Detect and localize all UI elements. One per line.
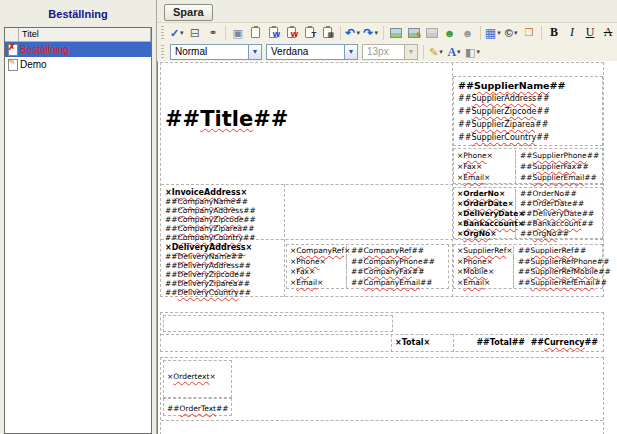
delivery-address-header: ×DeliveryAddress× bbox=[165, 243, 252, 252]
companyemail-value: ##CompanyEmail## bbox=[347, 278, 448, 289]
order-info-block: ×OrderNo×##OrderNo## ×OrderDate×##OrderD… bbox=[453, 187, 603, 239]
chevron-down-icon[interactable]: ▼ bbox=[344, 45, 357, 59]
print-icon[interactable] bbox=[187, 25, 203, 41]
supplier-country: ##SupplierCountry## bbox=[458, 131, 602, 144]
edit-image-icon[interactable] bbox=[406, 25, 422, 41]
chevron-down-icon[interactable]: ▼ bbox=[248, 45, 261, 59]
chevron-down-icon: ▾ bbox=[356, 29, 360, 37]
total-amount: ##Total## bbox=[476, 338, 525, 347]
orderdate-value: ##OrderDate## bbox=[516, 199, 602, 209]
insert-template-icon[interactable] bbox=[521, 25, 537, 41]
insert-image-icon[interactable] bbox=[388, 25, 404, 41]
company-ref-block: ×CompanyRef×##CompanyRef## ×Phone×##Comp… bbox=[286, 244, 449, 289]
deliverydate-label: ×DeliveryDate× bbox=[454, 209, 516, 219]
supplierrefphone-value: ##SupplierRefPhone## bbox=[514, 257, 611, 268]
company-name: ##CompanyName## bbox=[165, 197, 256, 206]
underline-button[interactable]: U bbox=[582, 25, 598, 41]
supplier-name: ##SupplierName## bbox=[458, 79, 602, 92]
chevron-down-icon: ▾ bbox=[180, 29, 184, 37]
chevron-down-icon: ▾ bbox=[374, 29, 378, 37]
company-zipcode: ##CompanyZipcode## bbox=[165, 215, 256, 224]
app-window: Beställning Titel ✗ Beställning ✎ Demo S… bbox=[0, 0, 617, 434]
orderno-label: ×OrderNo× bbox=[454, 189, 516, 199]
insert-user-icon[interactable] bbox=[460, 25, 476, 41]
italic-button[interactable]: I bbox=[564, 25, 580, 41]
email-label: ×Email× bbox=[454, 172, 516, 183]
companyfax-value: ##CompanyFax## bbox=[347, 267, 448, 278]
invoice-address-header: ×InvoiceAddress× bbox=[165, 188, 256, 197]
orgno-value: ##OrgNo## bbox=[516, 229, 602, 239]
companyref-label: ×CompanyRef× bbox=[287, 246, 347, 257]
delivery-country: ##DeliveryCountry## bbox=[165, 288, 252, 297]
supplierrefemail-value: ##SupplierRefEmail## bbox=[514, 278, 611, 289]
chevron-down-icon: ▾ bbox=[514, 29, 518, 37]
top-bar: Spara bbox=[157, 0, 617, 22]
paste-from-word-cleanup-icon[interactable]: W bbox=[284, 25, 300, 41]
table-row-divider bbox=[161, 420, 603, 421]
copy-icon[interactable] bbox=[230, 25, 246, 41]
toolbar-separator bbox=[225, 26, 226, 40]
supplier-ziparea: ##SupplierZiparea## bbox=[458, 118, 602, 131]
undo-icon[interactable]: ▾ bbox=[345, 25, 361, 41]
toolbar-row-2: Normal ▼ Verdana ▼ 13px ▼ ▾ ▾ ▾ bbox=[157, 42, 617, 61]
bankaccount-label: ×Bankaccount× bbox=[454, 219, 516, 229]
toolbar-grip[interactable] bbox=[161, 45, 164, 59]
phone-label: ×Phone× bbox=[454, 150, 516, 161]
paragraph-format-value: Normal bbox=[171, 45, 248, 59]
email-label: ×Email× bbox=[454, 278, 514, 289]
table-col-divider bbox=[453, 334, 454, 352]
list-header-title[interactable]: Titel bbox=[19, 28, 151, 41]
supplierref-label: ×SupplierRef× bbox=[454, 246, 514, 257]
editor-canvas[interactable]: ##Title## ##SupplierName## ##SupplierAdd… bbox=[157, 61, 617, 434]
fax-label: ×Fax× bbox=[287, 267, 347, 278]
totals-table: ×Total× ##Total## ##Currency## bbox=[160, 312, 604, 352]
font-family-select[interactable]: Verdana ▼ bbox=[266, 44, 358, 60]
strikethrough-button[interactable]: A bbox=[600, 25, 616, 41]
total-currency: ##Currency## bbox=[531, 338, 598, 347]
companyphone-value: ##CompanyPhone## bbox=[347, 257, 448, 268]
supplier-address-block: ##SupplierName## ##SupplierAddress## ##S… bbox=[453, 76, 603, 146]
delivery-address-block: ×DeliveryAddress× ##DeliveryName## ##Del… bbox=[165, 243, 252, 297]
toolbar-separator bbox=[383, 26, 384, 40]
supplier-ref-block: ×SupplierRef×##SupplierRef## ×Phone×##Su… bbox=[453, 244, 603, 289]
delivery-address: ##DeliveryAddress## bbox=[165, 261, 252, 270]
redo-icon[interactable]: ▾ bbox=[363, 25, 379, 41]
delivery-zipcode: ##DeliveryZipcode## bbox=[165, 270, 252, 279]
list-item-bestallning[interactable]: ✗ Beställning bbox=[5, 42, 151, 57]
toolbar-separator bbox=[541, 26, 542, 40]
companyref-value: ##CompanyRef## bbox=[347, 246, 448, 257]
save-button[interactable]: Spara bbox=[164, 4, 213, 21]
insert-table-icon[interactable]: ▾ bbox=[484, 25, 501, 41]
toolbar-separator bbox=[340, 26, 341, 40]
total-value: ##Total## ##Currency## bbox=[476, 338, 598, 347]
special-character-icon[interactable]: ▾ bbox=[503, 25, 519, 41]
table-col-divider bbox=[284, 184, 285, 297]
orderdate-label: ×OrderDate× bbox=[454, 199, 516, 209]
company-country: ##CompanyCountry## bbox=[165, 233, 256, 242]
list-item-demo[interactable]: ✎ Demo bbox=[5, 57, 151, 72]
toolbar-grip[interactable] bbox=[161, 26, 164, 40]
spellcheck-icon[interactable]: ▾ bbox=[169, 25, 185, 41]
highlight-icon[interactable]: ▾ bbox=[428, 44, 444, 60]
chevron-down-icon: ▾ bbox=[439, 48, 443, 56]
sidebar-title: Beställning bbox=[0, 0, 156, 20]
paragraph-format-select[interactable]: Normal ▼ bbox=[170, 44, 262, 60]
supplierrefmobile-value: ##SupplierRefMobile## bbox=[514, 267, 611, 278]
ordertext-label-cell: ×Ordertext× bbox=[163, 360, 232, 398]
deliverydate-value: ##DeliveryDate## bbox=[516, 209, 602, 219]
paste-icon[interactable] bbox=[248, 25, 264, 41]
paste-special-icon[interactable]: ▦ bbox=[320, 25, 336, 41]
main-layout-table: ##Title## ##SupplierName## ##SupplierAdd… bbox=[160, 62, 604, 297]
background-color-icon[interactable]: ▾ bbox=[464, 44, 481, 60]
font-color-icon[interactable]: ▾ bbox=[446, 44, 462, 60]
template-title: ##Title## bbox=[165, 107, 288, 131]
find-icon[interactable] bbox=[205, 25, 221, 41]
font-size-select[interactable]: 13px ▼ bbox=[362, 44, 418, 60]
ordertext-value-cell: ##OrderText## bbox=[163, 398, 232, 416]
table-row-divider bbox=[161, 334, 603, 335]
paste-from-word-icon[interactable]: W bbox=[266, 25, 282, 41]
bold-button[interactable]: B bbox=[546, 25, 562, 41]
insert-user-green-icon[interactable] bbox=[442, 25, 458, 41]
image-map-icon[interactable] bbox=[424, 25, 440, 41]
paste-as-text-icon[interactable]: T bbox=[302, 25, 318, 41]
